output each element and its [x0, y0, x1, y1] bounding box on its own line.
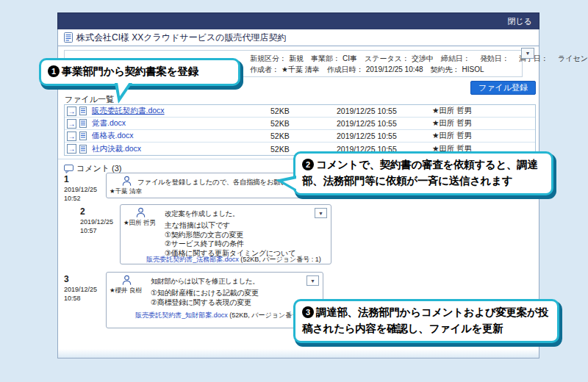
open-file-arrow-icon[interactable]: →: [67, 144, 76, 154]
open-file-arrow-icon[interactable]: →: [67, 131, 76, 141]
comment-card: ★田所 哲男 改定案を作成しました。 ▼ 主な指摘は以下です ①契約形態の文言の…: [120, 204, 331, 264]
attachment-link[interactable]: 販売委託契約書_法務部案.docx: [146, 256, 239, 263]
comment-body-line: 主な指摘は以下です: [165, 221, 295, 231]
comment-body: ①知的財産権における記載の変更 ②商標登録に関する表現の変更: [151, 289, 259, 307]
attachment-meta: (52KB, バージョン番号 : 1): [239, 256, 321, 263]
comment-attachment: 販売委託契約書_知財部案.docx (52KB, バージョン番号 : 1): [129, 311, 317, 320]
meta-field: 契約先：HISOL: [431, 64, 484, 75]
meta-row-2: 作成者：★千葉 清幸 作成日時：2019/12/25 10:48 契約先：HIS…: [250, 64, 516, 75]
meta-field: ライセンサー：: [558, 53, 588, 64]
comment-card: ★櫻井 良樹 知財部からは以下を修正しました。 ▼ ①知的財産権における記載の変…: [106, 272, 323, 328]
file-date: 2019/12/25 10:55: [337, 131, 432, 140]
meta-field: 発効日：: [480, 53, 512, 64]
user-icon: [121, 275, 132, 286]
callout-step-1: 1事業部門から契約書案を登録: [39, 58, 240, 86]
file-name-link[interactable]: 価格表.docx: [92, 131, 270, 141]
meta-field: 新規区分：新規: [250, 53, 304, 64]
comment-body: 主な指摘は以下です ①契約形態の文言の変更 ②サービス終了時の条件 ③価格に関す…: [165, 221, 295, 258]
comment-index: 2: [80, 206, 121, 217]
comment-index: 3: [64, 273, 105, 285]
file-name-link[interactable]: 覚書.docx: [92, 118, 270, 129]
comment-author: ★田所 哲男: [123, 219, 156, 228]
open-file-arrow-icon[interactable]: →: [67, 107, 76, 116]
callout-tail: [118, 82, 129, 96]
meta-field: 事業部：CI事: [311, 53, 357, 64]
file-name-link[interactable]: 販売委託契約書.docx: [92, 106, 270, 116]
window-titlebar: 閉じる: [57, 12, 539, 29]
file-owner: ★田所 哲男: [432, 106, 535, 116]
attachment-link[interactable]: 販売委託契約書_知財部案.docx: [135, 311, 228, 319]
comment-author: ★櫻井 良樹: [110, 286, 142, 295]
file-row: → 販売委託契約書.docx 52KB 2019/12/25 10:55 ★田所…: [65, 105, 535, 118]
window-menu-button[interactable]: ▼: [521, 48, 534, 59]
comment-body-line: ①知的財産権における記載の変更: [151, 289, 259, 298]
comment-attachment: 販売委託契約書_法務部案.docx (52KB, バージョン番号 : 1): [143, 255, 325, 264]
file-owner: ★田所 哲男: [432, 131, 535, 141]
comment-date: 2019/12/25: [80, 217, 121, 226]
comment-message: 知財部からは以下を修正しました。: [151, 277, 259, 286]
contract-document-icon: [64, 32, 73, 43]
file-name-link[interactable]: 社内決裁.docx: [92, 144, 270, 154]
comment-date: 2019/12/25: [64, 285, 105, 294]
comment-bubble-icon: [64, 165, 74, 173]
comment-time: 10:58: [64, 294, 105, 303]
file-register-button[interactable]: ファイル登録: [470, 81, 536, 95]
callout-text: コメントで、契約書の審査を依頼すると、調達部、法務部門等に依頼が一斉に送信されま…: [302, 159, 538, 187]
page-title: 株式会社CI様 XXクラウドサービスの販売代理店契約: [76, 32, 287, 44]
user-icon: [135, 207, 146, 218]
document-icon: [79, 119, 87, 128]
file-row: → 価格表.docx 52KB 2019/12/25 10:55 ★田所 哲男: [65, 130, 535, 143]
file-table: → 販売委託契約書.docx 52KB 2019/12/25 10:55 ★田所…: [64, 104, 536, 156]
meta-field: 作成日時：2019/12/25 10:48: [327, 64, 423, 75]
meta-row-1: 新規区分：新規 事業部：CI事 ステータス：交渉中 締結日： 発効日： 満了日：…: [250, 53, 516, 64]
comment-menu-button[interactable]: ▼: [306, 275, 319, 286]
file-size: 52KB: [270, 107, 337, 115]
comment-message: 改定案を作成しました。: [165, 209, 239, 219]
callout-number-badge: 1: [48, 65, 60, 77]
document-icon: [79, 131, 87, 140]
comment-author: ★千葉 清幸: [110, 187, 142, 196]
file-row: → 覚書.docx 52KB 2019/12/25 10:55 ★田所 哲男: [65, 118, 535, 130]
meta-field: 作成者：★千葉 清幸: [250, 64, 320, 75]
comment-body-line: ①契約形態の文言の変更: [165, 231, 295, 240]
comment-menu-button[interactable]: ▼: [315, 208, 327, 218]
comment-meta: 3 2019/12/25 10:58: [64, 273, 105, 303]
file-date: 2019/12/25 10:55: [337, 119, 432, 128]
file-list-title: ファイル一覧: [65, 94, 114, 105]
file-owner: ★田所 哲男: [432, 118, 535, 129]
file-date: 2019/12/25 10:55: [337, 107, 432, 115]
chevron-down-icon: ▼: [526, 51, 531, 56]
open-file-arrow-icon[interactable]: →: [67, 119, 76, 129]
meta-field: 締結日：: [441, 53, 473, 64]
callout-text: 事業部門から契約書案を登録: [62, 65, 198, 77]
callout-text: 調達部、法務部門からコメントおよび変更案が投稿されたら内容を確認し、ファイルを更…: [302, 306, 548, 334]
document-icon: [79, 145, 87, 154]
document-title-row: 株式会社CI様 XXクラウドサービスの販売代理店契約: [58, 29, 539, 46]
comment-time: 10:52: [64, 194, 105, 203]
callout-step-3: 3調達部、法務部門からコメントおよび変更案が投稿されたら内容を確認し、ファイルを…: [293, 299, 559, 343]
user-icon: [121, 176, 132, 187]
close-button[interactable]: 閉じる: [507, 16, 532, 27]
chevron-down-icon: ▼: [318, 211, 323, 216]
callout-tail: [283, 179, 297, 190]
meta-field: ステータス：交渉中: [365, 53, 434, 64]
comment-date: 2019/12/25: [64, 185, 105, 194]
callout-number-badge: 2: [302, 159, 314, 170]
file-size: 52KB: [270, 119, 337, 128]
comment-time: 10:57: [80, 226, 121, 235]
chevron-down-icon: ▼: [310, 278, 315, 284]
comment-body-line: ②サービス終了時の条件: [165, 239, 295, 249]
callout-step-2: 2コメントで、契約書の審査を依頼すると、調達部、法務部門等に依頼が一斉に送信され…: [293, 151, 553, 195]
comment-meta: 2 2019/12/25 10:57: [80, 206, 121, 235]
comment-index: 1: [64, 173, 105, 185]
comment-body-line: ②商標登録に関する表現の変更: [151, 298, 259, 308]
document-icon: [79, 107, 87, 115]
comment-message: ファイルを登録しましたので、各自指摘をお願いいたします: [137, 178, 299, 187]
callout-number-badge: 3: [302, 306, 314, 318]
file-size: 52KB: [270, 131, 337, 140]
comment-meta: 1 2019/12/25 10:52: [64, 173, 105, 203]
